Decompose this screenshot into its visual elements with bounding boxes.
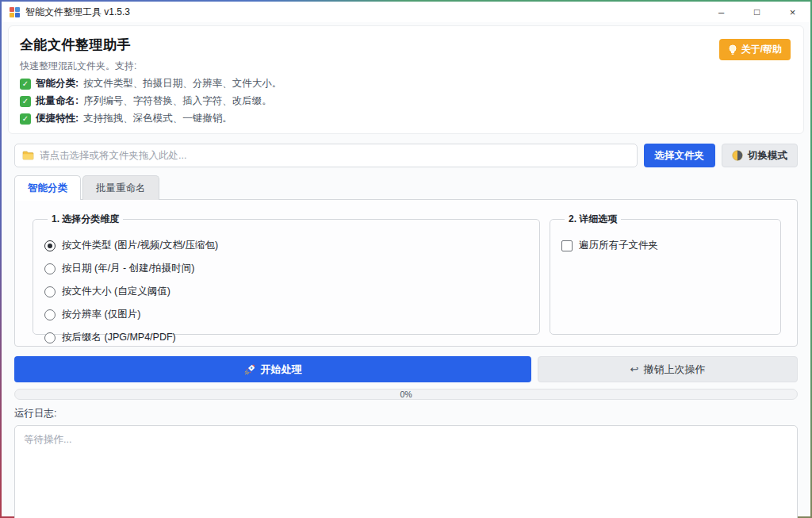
minimize-button[interactable]: – xyxy=(703,2,739,22)
classify-dimension-title: 1. 选择分类维度 xyxy=(48,213,123,226)
lightbulb-icon xyxy=(728,44,737,56)
checkbox-label: 遍历所有子文件夹 xyxy=(579,239,658,252)
undo-label: 撤销上次操作 xyxy=(643,363,705,377)
radio-option-file-size[interactable]: 按文件大小 (自定义阈值) xyxy=(44,280,528,303)
toggle-theme-label: 切换模式 xyxy=(748,149,787,163)
detail-options-group: 2. 详细选项 遍历所有子文件夹 xyxy=(550,213,781,335)
window-controls: – □ × xyxy=(703,2,810,22)
folder-path-input[interactable]: 请点击选择或将文件夹拖入此处... xyxy=(14,144,638,167)
toggle-theme-button[interactable]: 切换模式 xyxy=(722,144,798,167)
moon-icon xyxy=(732,150,743,161)
tab-bar: 智能分类 批量重命名 xyxy=(14,175,798,200)
subfolder-checkbox-row[interactable]: 遍历所有子文件夹 xyxy=(561,234,769,257)
log-placeholder: 等待操作... xyxy=(24,434,71,445)
radio-label: 按后缀名 (JPG/MP4/PDF) xyxy=(62,331,176,344)
radio-icon[interactable] xyxy=(44,240,56,251)
about-help-label: 关于/帮助 xyxy=(741,43,782,56)
radio-icon[interactable] xyxy=(44,332,56,343)
detail-options-title: 2. 详细选项 xyxy=(565,213,621,226)
start-processing-button[interactable]: 开始处理 xyxy=(14,356,531,382)
feature-line: ✓ 批量命名: 序列编号、字符替换、插入字符、改后缀。 xyxy=(20,94,792,108)
feature-line: ✓ 智能分类: 按文件类型、拍摄日期、分辨率、文件大小。 xyxy=(20,77,792,90)
main-area: 全能文件整理助手 关于/帮助 快速整理混乱文件夹。支持: ✓ 智能分类: 按文件… xyxy=(2,22,810,518)
radio-icon[interactable] xyxy=(44,309,56,320)
feature-label: 批量命名: xyxy=(36,94,79,108)
radio-label: 按文件大小 (自定义阈值) xyxy=(62,285,170,298)
header-subtitle: 快速整理混乱文件夹。支持: xyxy=(20,59,792,73)
start-processing-label: 开始处理 xyxy=(261,363,302,377)
titlebar: 智能文件整理工具 v1.5.3 – □ × xyxy=(2,2,810,22)
radio-icon[interactable] xyxy=(44,286,56,297)
radio-label: 按文件类型 (图片/视频/文档/压缩包) xyxy=(62,239,218,252)
page-title: 全能文件整理助手 xyxy=(20,36,792,54)
radio-option-resolution[interactable]: 按分辨率 (仅图片) xyxy=(44,303,528,326)
rocket-icon xyxy=(244,364,255,375)
checkbox-icon[interactable] xyxy=(561,240,573,251)
feature-line: ✓ 便捷特性: 支持拖拽、深色模式、一键撤销。 xyxy=(20,112,792,125)
log-label: 运行日志: xyxy=(14,407,798,420)
tab-batch-rename[interactable]: 批量重命名 xyxy=(82,175,159,200)
choose-folder-button[interactable]: 选择文件夹 xyxy=(644,144,716,167)
check-icon: ✓ xyxy=(20,79,31,90)
check-icon: ✓ xyxy=(20,96,31,107)
feature-text: 按文件类型、拍摄日期、分辨率、文件大小。 xyxy=(83,77,282,90)
undo-button[interactable]: ↩ 撤销上次操作 xyxy=(538,356,798,382)
maximize-button[interactable]: □ xyxy=(739,2,775,22)
log-output[interactable]: 等待操作... xyxy=(14,425,798,518)
choose-folder-label: 选择文件夹 xyxy=(655,149,705,163)
feature-text: 支持拖拽、深色模式、一键撤销。 xyxy=(83,112,232,125)
radio-label: 按分辨率 (仅图片) xyxy=(62,308,140,321)
radio-icon[interactable] xyxy=(44,263,56,274)
radio-option-extension[interactable]: 按后缀名 (JPG/MP4/PDF) xyxy=(44,326,528,349)
action-row: 开始处理 ↩ 撤销上次操作 xyxy=(14,356,798,382)
about-help-button[interactable]: 关于/帮助 xyxy=(719,39,791,60)
feature-label: 智能分类: xyxy=(36,77,79,90)
classify-dimension-group: 1. 选择分类维度 按文件类型 (图片/视频/文档/压缩包) 按日期 (年/月 … xyxy=(33,213,540,335)
close-button[interactable]: × xyxy=(775,2,810,22)
check-icon: ✓ xyxy=(20,113,31,125)
folder-path-placeholder: 请点击选择或将文件夹拖入此处... xyxy=(40,149,186,163)
app-window: 智能文件整理工具 v1.5.3 – □ × 全能文件整理助手 关于/帮助 xyxy=(2,2,810,516)
header-card: 全能文件整理助手 关于/帮助 快速整理混乱文件夹。支持: ✓ 智能分类: 按文件… xyxy=(8,25,804,134)
undo-icon: ↩ xyxy=(630,363,639,375)
radio-label: 按日期 (年/月 - 创建/拍摄时间) xyxy=(62,262,194,275)
radio-option-file-type[interactable]: 按文件类型 (图片/视频/文档/压缩包) xyxy=(44,234,528,257)
window-title: 智能文件整理工具 v1.5.3 xyxy=(25,6,130,19)
feature-label: 便捷特性: xyxy=(36,112,79,125)
feature-text: 序列编号、字符替换、插入字符、改后缀。 xyxy=(83,94,272,108)
progress-bar: 0% xyxy=(14,389,798,400)
folder-icon xyxy=(22,151,34,160)
tab-smart-classify[interactable]: 智能分类 xyxy=(14,175,81,200)
progress-value: 0% xyxy=(400,389,412,399)
folder-select-row: 请点击选择或将文件夹拖入此处... 选择文件夹 切换模式 xyxy=(14,144,798,167)
classify-panel: 1. 选择分类维度 按文件类型 (图片/视频/文档/压缩包) 按日期 (年/月 … xyxy=(14,199,798,347)
app-logo-icon xyxy=(10,7,20,17)
radio-option-date[interactable]: 按日期 (年/月 - 创建/拍摄时间) xyxy=(44,257,528,280)
screenshot-frame: 智能文件整理工具 v1.5.3 – □ × 全能文件整理助手 关于/帮助 xyxy=(0,0,812,518)
